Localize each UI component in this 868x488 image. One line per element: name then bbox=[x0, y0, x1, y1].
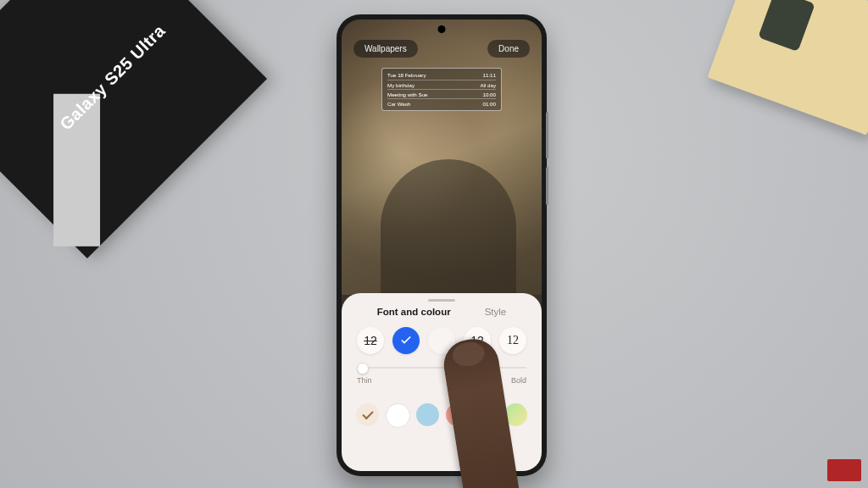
color-swatch-3[interactable] bbox=[416, 403, 439, 426]
color-swatch-1-selected[interactable] bbox=[356, 403, 379, 426]
font-option-1[interactable]: 12 bbox=[357, 327, 384, 354]
font-option-2-selected[interactable] bbox=[392, 327, 420, 354]
drag-handle[interactable] bbox=[428, 299, 455, 302]
widget-time: 11:11 bbox=[483, 72, 496, 78]
wooden-object bbox=[707, 0, 868, 136]
phone-frame: Wallpapers Done Tue 18 February 11:11 My… bbox=[337, 14, 547, 476]
widget-date: Tue 18 February bbox=[387, 72, 426, 78]
power-button[interactable] bbox=[546, 167, 548, 205]
event-title: Car Wash bbox=[387, 101, 410, 107]
event-time: All day bbox=[480, 82, 496, 88]
weight-label-thin: Thin bbox=[357, 376, 372, 385]
weight-label-bold: Bold bbox=[511, 376, 526, 385]
wallpaper-preview: Wallpapers Done Tue 18 February 11:11 My… bbox=[342, 19, 542, 295]
event-time: 10:00 bbox=[483, 92, 496, 97]
weight-slider-area: Thin Bold bbox=[342, 363, 542, 393]
scene-background: Galaxy S25 Ultra Wallpapers Done Tue 18 … bbox=[0, 0, 868, 488]
font-options-row: 12 12 12 bbox=[342, 325, 542, 363]
weight-slider[interactable] bbox=[357, 363, 526, 373]
event-title: Meeting with Sue bbox=[387, 92, 427, 97]
color-swatch-2[interactable] bbox=[386, 403, 410, 428]
font-option-5[interactable]: 12 bbox=[499, 327, 526, 354]
tab-style[interactable]: Style bbox=[485, 307, 507, 317]
event-time: 01:00 bbox=[483, 101, 496, 107]
color-options-row bbox=[342, 393, 542, 428]
wallpapers-button[interactable]: Wallpapers bbox=[353, 40, 418, 58]
camera-hole bbox=[438, 25, 446, 33]
calendar-widget-preview[interactable]: Tue 18 February 11:11 My birthday All da… bbox=[381, 68, 502, 111]
done-button[interactable]: Done bbox=[487, 40, 530, 58]
phone-screen: Wallpapers Done Tue 18 February 11:11 My… bbox=[342, 19, 542, 471]
check-icon bbox=[399, 334, 413, 347]
volume-button[interactable] bbox=[546, 112, 548, 158]
product-box bbox=[0, 0, 267, 258]
watermark bbox=[827, 459, 861, 481]
event-title: My birthday bbox=[387, 82, 415, 88]
slider-thumb[interactable] bbox=[357, 363, 369, 374]
tab-font-and-colour[interactable]: Font and colour bbox=[377, 307, 451, 317]
